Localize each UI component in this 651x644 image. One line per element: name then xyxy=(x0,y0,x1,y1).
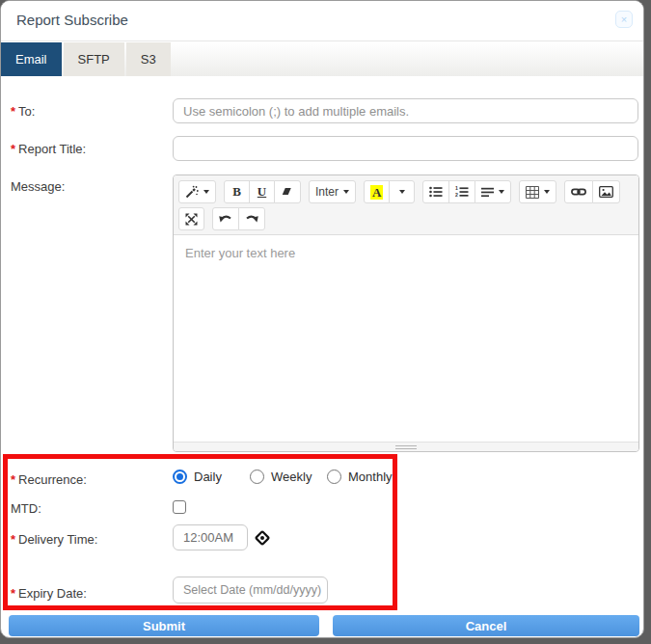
undo-button[interactable] xyxy=(212,207,239,230)
magic-wand-icon xyxy=(185,185,199,199)
chevron-down-icon xyxy=(399,190,405,194)
fullscreen-icon xyxy=(185,213,198,226)
message-label: Message: xyxy=(11,179,65,194)
chevron-down-icon xyxy=(499,190,504,194)
delivery-time-label: *Delivery Time: xyxy=(11,532,97,547)
radio-unselected-icon xyxy=(250,470,264,484)
table-icon xyxy=(526,186,539,199)
font-family-dropdown[interactable]: Inter xyxy=(309,180,356,203)
tab-sftp[interactable]: SFTP xyxy=(64,42,124,76)
required-asterisk: * xyxy=(11,104,15,119)
recurrence-radio-group: Daily Weekly Monthly xyxy=(173,470,404,484)
drag-handle-icon xyxy=(395,445,417,449)
style-magic-wand-button[interactable] xyxy=(178,180,216,203)
bold-button[interactable]: B xyxy=(224,180,250,203)
radio-unselected-icon xyxy=(327,470,341,484)
expiry-date-label: *Expiry Date: xyxy=(11,586,87,601)
report-subscribe-dialog: Report Subscribe × Email SFTP S3 *To: *R… xyxy=(0,0,644,638)
radio-weekly[interactable]: Weekly xyxy=(250,470,327,484)
to-input[interactable] xyxy=(173,98,638,123)
unordered-list-icon xyxy=(429,186,443,198)
report-title-label: *Report Title: xyxy=(11,142,86,156)
message-editing-area[interactable]: Enter your text here xyxy=(174,235,638,442)
recurrence-label: *Recurrence: xyxy=(11,472,87,487)
undo-icon xyxy=(219,214,232,225)
text-color-icon: A xyxy=(370,185,383,200)
rich-text-editor: B U Inter A xyxy=(173,174,639,452)
dialog-header: Report Subscribe × xyxy=(1,1,643,41)
cancel-button[interactable]: Cancel xyxy=(333,615,639,636)
svg-text:2: 2 xyxy=(455,192,458,198)
image-icon xyxy=(599,186,613,198)
radio-selected-icon xyxy=(173,470,187,484)
editor-toolbar: B U Inter A xyxy=(174,175,638,235)
ordered-list-button[interactable]: 1 2 xyxy=(448,180,475,203)
required-asterisk: * xyxy=(11,532,15,547)
report-title-input[interactable] xyxy=(173,136,638,161)
dialog-title: Report Subscribe xyxy=(16,12,128,28)
fullscreen-button[interactable] xyxy=(178,207,204,230)
redo-icon xyxy=(245,214,258,225)
radio-monthly[interactable]: Monthly xyxy=(327,470,404,484)
mtd-label: MTD: xyxy=(11,501,41,516)
eraser-icon xyxy=(281,186,294,198)
tab-email[interactable]: Email xyxy=(1,42,62,76)
ordered-list-icon: 1 2 xyxy=(455,186,469,198)
editor-placeholder: Enter your text here xyxy=(185,246,295,260)
table-button[interactable] xyxy=(519,180,556,203)
text-color-button[interactable]: A xyxy=(364,180,390,203)
text-color-dropdown[interactable] xyxy=(389,180,415,203)
underline-button[interactable]: U xyxy=(249,180,275,203)
link-icon xyxy=(571,187,586,197)
chevron-down-icon xyxy=(343,190,349,194)
svg-text:1: 1 xyxy=(455,186,458,191)
expiry-date-picker[interactable]: Select Date (mm/dd/yyyy) xyxy=(173,577,328,604)
required-asterisk: * xyxy=(11,142,15,156)
paragraph-align-button[interactable] xyxy=(475,180,511,203)
clear-format-button[interactable] xyxy=(274,180,301,203)
delivery-time-input[interactable] xyxy=(173,524,248,550)
editor-resize-bar[interactable] xyxy=(174,442,638,451)
submit-button[interactable]: Submit xyxy=(9,615,319,636)
insert-link-button[interactable] xyxy=(564,180,593,203)
unordered-list-button[interactable] xyxy=(422,180,449,203)
redo-button[interactable] xyxy=(238,207,265,230)
chevron-down-icon xyxy=(203,190,209,194)
align-icon xyxy=(481,187,494,198)
chevron-down-icon xyxy=(544,190,550,194)
mtd-checkbox[interactable] xyxy=(173,500,186,514)
date-placeholder: Select Date (mm/dd/yyyy) xyxy=(183,583,321,597)
required-asterisk: * xyxy=(11,472,15,487)
to-label: *To: xyxy=(11,104,35,119)
required-asterisk: * xyxy=(11,586,15,601)
radio-daily[interactable]: Daily xyxy=(173,470,250,484)
tab-bar: Email SFTP S3 xyxy=(1,42,643,76)
insert-image-button[interactable] xyxy=(592,180,620,203)
close-icon[interactable]: × xyxy=(615,11,633,28)
tab-s3[interactable]: S3 xyxy=(126,42,171,76)
time-picker-crosshair-icon[interactable] xyxy=(255,530,270,546)
